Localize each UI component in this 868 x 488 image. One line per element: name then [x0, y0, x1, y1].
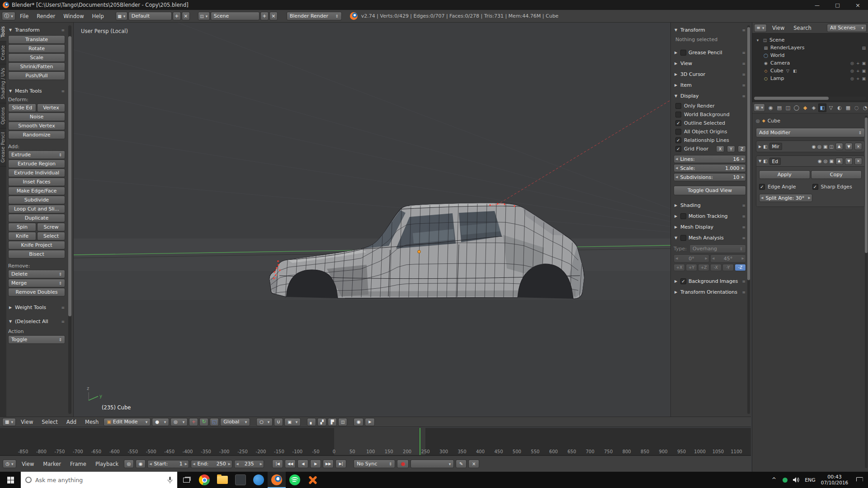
add-modifier-dropdown[interactable]: Add Modifier ⇕ [756, 128, 865, 137]
visibility-eye-icon[interactable]: ◎ [850, 69, 854, 73]
modifier-name-field[interactable]: Ed [769, 158, 781, 165]
scene-add-button[interactable]: + [260, 12, 269, 20]
cortana-search-box[interactable]: Ask me anything [21, 472, 177, 488]
grid-axis-x-button[interactable]: X [716, 145, 724, 152]
properties-editor-type-button[interactable]: ≣ ▾ [754, 103, 765, 112]
manipulator-rotate-button[interactable]: ↻ [199, 418, 208, 426]
snap-element-dropdown[interactable]: ▣ ▾ [284, 418, 301, 426]
viewport-menu-view[interactable]: View [17, 419, 37, 425]
spin-button[interactable]: Spin [8, 223, 36, 231]
mesh-analysis-checkbox[interactable] [680, 235, 686, 241]
start-button[interactable] [0, 472, 21, 488]
frame-start-field[interactable]: ◀ Start: 1 ▶ [147, 460, 189, 468]
tab-scene[interactable]: ◫ [784, 103, 792, 112]
shrink-fatten-button[interactable]: Shrink/Fatten [8, 62, 65, 71]
analysis-axis-minus-y[interactable]: -Y [722, 264, 734, 271]
viewport-menu-mesh[interactable]: Mesh [81, 419, 102, 425]
render-engine-dropdown[interactable]: Blender Render ⇕ [287, 12, 342, 20]
grid-subdivisions-field[interactable]: ◀ Subdivisions: 10 ▶ [674, 173, 746, 181]
grid-axis-y-button[interactable]: Y [727, 145, 735, 152]
panel-drag-handle-icon[interactable]: ≡ [742, 61, 746, 66]
only-render-row[interactable]: Only Render [675, 102, 746, 110]
slide-edge-button[interactable]: Slide Ed [8, 103, 36, 112]
toolshelf-tab-grease-pencil[interactable]: Grease Pencil [0, 128, 6, 167]
screen-layout-browse-button[interactable]: ▦ ▾ [116, 12, 127, 20]
renderability-icon[interactable]: ▣ [862, 69, 866, 73]
viewport-shading-dropdown[interactable]: ● ▾ [152, 418, 169, 426]
lock-time-button[interactable]: ◉ [136, 460, 146, 468]
modifier-move-down-button[interactable]: ▼ [845, 143, 853, 150]
modifier-visibility-toggle-icon[interactable]: ◎ [817, 144, 821, 149]
outliner-menu-view[interactable]: View [769, 25, 788, 31]
panel-header-mesh-analysis[interactable]: ▼ Mesh Analysis ≡ [674, 234, 746, 242]
modifier-name-field[interactable]: Mir [769, 143, 782, 150]
modifier-cage-toggle-icon[interactable]: ◫ [830, 144, 834, 149]
action-center-icon[interactable] [851, 477, 868, 483]
tray-volume-icon[interactable] [790, 477, 802, 483]
outliner-row-cube[interactable]: ◇ Cube ▽ ◧ ◎ + ▣ [763, 67, 868, 75]
taskbar-file-explorer-icon[interactable] [213, 472, 231, 488]
panel-header-view[interactable]: ▶ View ≡ [674, 60, 746, 67]
timeline-menu-marker[interactable]: Marker [39, 461, 65, 467]
knife-button[interactable]: Knife [8, 232, 36, 240]
panel-drag-handle-icon[interactable]: ≡ [742, 279, 746, 284]
screen-layout-field[interactable]: Default [128, 12, 172, 20]
make-edge-face-button[interactable]: Make Edge/Face [8, 187, 65, 195]
frame-end-field[interactable]: ◀ End: 250 ▶ [191, 460, 232, 468]
snap-toggle-button[interactable]: ∪ [274, 418, 283, 426]
selectability-icon[interactable]: + [856, 76, 860, 81]
duplicate-button[interactable]: Duplicate [8, 214, 65, 222]
insert-keyframe-button[interactable]: ✎ [456, 460, 467, 468]
screen-layout-delete-button[interactable]: × [182, 12, 190, 20]
inset-faces-button[interactable]: Inset Faces [8, 178, 65, 186]
world-background-checkbox[interactable] [675, 112, 681, 117]
noise-button[interactable]: Noise [8, 113, 65, 121]
panel-drag-handle-icon[interactable]: ≡ [742, 28, 746, 33]
panel-header-background-images[interactable]: ▶ ✓ Background Images ≡ [674, 277, 746, 285]
render-toggle-icon[interactable]: ▤ [862, 46, 866, 50]
grid-scale-field[interactable]: ◀ Scale: 1.000 ▶ [674, 164, 746, 172]
outliner-scrollbar-thumb[interactable] [754, 97, 829, 100]
npanel-scrollbar-thumb[interactable] [747, 27, 750, 280]
tray-language-indicator[interactable]: ENG [802, 477, 818, 483]
taskbar-app-icon-dark[interactable] [231, 472, 250, 488]
sharp-edges-checkbox[interactable]: ✓ [812, 184, 818, 190]
viewport-3d[interactable]: z y User Persp (Local) (235) Cube [74, 23, 670, 417]
apply-modifier-button[interactable]: Apply [759, 170, 810, 179]
analysis-axis-minus-z[interactable]: -Z [735, 264, 746, 271]
timeline-menu-view[interactable]: View [18, 461, 38, 467]
motion-tracking-checkbox[interactable] [680, 213, 686, 219]
close-button[interactable]: × [848, 0, 868, 10]
panel-drag-handle-icon[interactable]: ≡ [61, 305, 65, 310]
outliner-menu-search[interactable]: Search [790, 25, 815, 31]
grid-lines-field[interactable]: ◀ Lines: 16 ▶ [674, 155, 746, 163]
pivot-point-dropdown[interactable]: ◎ ▾ [170, 418, 188, 426]
relationship-lines-row[interactable]: ✓ Relationship Lines [675, 136, 746, 145]
viewport-menu-add[interactable]: Add [63, 419, 80, 425]
only-render-checkbox[interactable] [675, 103, 681, 109]
panel-header-transform-orientations[interactable]: ▶ Transform Orientations ≡ [674, 288, 746, 296]
scale-button[interactable]: Scale [8, 53, 65, 62]
scene-delete-button[interactable]: × [269, 12, 278, 20]
split-angle-field[interactable]: ◀ Split Angle: 30° ▶ [759, 194, 812, 202]
play-reverse-button[interactable]: ◀ [297, 460, 308, 468]
delete-dropdown[interactable]: Delete⇕ [8, 270, 65, 278]
extrude-individual-button[interactable]: Extrude Individual [8, 169, 65, 177]
panel-header-shading[interactable]: ▶ Shading ≡ [674, 202, 746, 209]
panel-header-3d-cursor[interactable]: ▶ 3D Cursor ≡ [674, 70, 746, 78]
modifier-render-toggle-icon[interactable]: ◉ [812, 144, 816, 149]
tab-material[interactable]: ◐ [835, 103, 844, 112]
world-background-row[interactable]: World Background [675, 110, 746, 119]
outliner-row-world[interactable]: ◯ World [763, 52, 868, 59]
panel-drag-handle-icon[interactable]: ≡ [61, 319, 65, 324]
analysis-axis-plus-y[interactable]: +Y [686, 264, 697, 271]
outliner-row-scene[interactable]: ▾ ◫ Scene [755, 36, 868, 44]
maximize-button[interactable]: □ [827, 0, 848, 10]
transform-orientation-dropdown[interactable]: Global ▾ [220, 418, 250, 426]
panel-header-mesh-display[interactable]: ▶ Mesh Display ≡ [674, 223, 746, 231]
translate-button[interactable]: Translate [8, 35, 65, 44]
opengl-render-anim-button[interactable]: ▶ [365, 418, 375, 426]
extrude-dropdown[interactable]: Extrude⇕ [8, 150, 65, 159]
merge-dropdown[interactable]: Merge⇕ [8, 279, 65, 287]
screw-button[interactable]: Screw [37, 223, 65, 231]
